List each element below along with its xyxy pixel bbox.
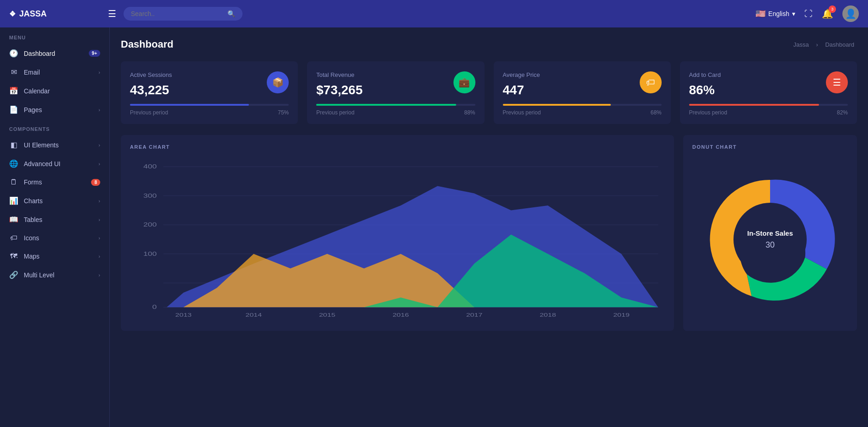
sidebar-item-icons[interactable]: 🏷 Icons › bbox=[0, 229, 109, 247]
sidebar-tables-label: Tables bbox=[24, 216, 93, 223]
clock-icon: 🕐 bbox=[9, 49, 18, 58]
svg-text:100: 100 bbox=[143, 250, 156, 257]
sidebar-maps-label: Maps bbox=[24, 253, 93, 260]
advanced-ui-icon: 🌐 bbox=[9, 159, 18, 168]
average-price-footer-value: 68% bbox=[651, 109, 662, 116]
sidebar-item-email[interactable]: ✉ Email › bbox=[0, 63, 109, 81]
page-header: Dashboard Jassa › Dashboard bbox=[121, 38, 857, 50]
sidebar-item-ui-elements[interactable]: ◧ UI Elements › bbox=[0, 135, 109, 154]
active-sessions-fill bbox=[130, 104, 249, 106]
svg-text:0: 0 bbox=[152, 304, 157, 310]
avatar[interactable]: 👤 bbox=[842, 5, 859, 22]
chevron-right-icon-charts: › bbox=[98, 198, 100, 204]
pages-icon: 📄 bbox=[9, 105, 18, 114]
sidebar-ui-label: UI Elements bbox=[24, 141, 93, 149]
area-chart-container: 400 300 200 100 0 2013 2014 2015 2016 20… bbox=[130, 157, 665, 322]
stat-card-add-header: Add to Card 86% ☰ bbox=[689, 71, 848, 97]
sidebar-item-tables[interactable]: 📖 Tables › bbox=[0, 210, 109, 229]
tables-icon: 📖 bbox=[9, 215, 18, 224]
sidebar-item-dashboard[interactable]: 🕐 Dashboard 9+ bbox=[0, 44, 109, 63]
dashboard-badge: 9+ bbox=[89, 50, 100, 57]
active-sessions-footer-label: Previous period bbox=[130, 109, 168, 116]
stat-card-total-revenue: Total Revenue $73,265 💼 Previous period … bbox=[307, 61, 484, 124]
sidebar-calendar-label: Calendar bbox=[24, 87, 100, 95]
hamburger-button[interactable]: ☰ bbox=[108, 8, 116, 19]
chevron-right-icon-ui: › bbox=[98, 142, 100, 148]
sidebar-icons-label: Icons bbox=[24, 234, 93, 242]
total-revenue-footer: Previous period 88% bbox=[316, 109, 475, 116]
email-icon: ✉ bbox=[9, 68, 18, 76]
active-sessions-footer-value: 75% bbox=[278, 109, 289, 116]
svg-point-18 bbox=[733, 203, 807, 276]
sidebar: MENU 🕐 Dashboard 9+ ✉ Email › 📅 Calendar… bbox=[0, 27, 110, 427]
total-revenue-icon: 💼 bbox=[453, 71, 475, 93]
chevron-right-icon-tables: › bbox=[98, 217, 100, 222]
average-price-value: 447 bbox=[503, 83, 540, 97]
svg-text:2016: 2016 bbox=[393, 312, 409, 318]
multilevel-icon: 🔗 bbox=[9, 270, 18, 279]
stat-card-price-info: Average Price 447 bbox=[503, 71, 540, 97]
breadcrumb-home[interactable]: Jassa bbox=[793, 41, 809, 48]
stat-card-average-price: Average Price 447 🏷 Previous period 68% bbox=[494, 61, 671, 124]
stat-card-add-info: Add to Card 86% bbox=[689, 71, 721, 97]
active-sessions-track bbox=[130, 104, 289, 106]
chevron-right-icon-pages: › bbox=[98, 107, 100, 113]
sidebar-item-maps[interactable]: 🗺 Maps › bbox=[0, 247, 109, 265]
add-to-card-footer-value: 82% bbox=[837, 109, 848, 116]
fullscreen-button[interactable]: ⛶ bbox=[804, 9, 813, 19]
area-chart-svg: 400 300 200 100 0 2013 2014 2015 2016 20… bbox=[130, 157, 665, 322]
active-sessions-value: 43,225 bbox=[130, 83, 172, 97]
sidebar-item-pages[interactable]: 📄 Pages › bbox=[0, 100, 109, 119]
language-label: English bbox=[768, 10, 789, 17]
sidebar-item-charts[interactable]: 📊 Charts › bbox=[0, 191, 109, 210]
brand: ❖ JASSA bbox=[9, 9, 92, 19]
stat-card-info: Active Sessions 43,225 bbox=[130, 71, 172, 97]
total-revenue-fill bbox=[316, 104, 456, 106]
search-input[interactable] bbox=[131, 10, 224, 17]
breadcrumb: Jassa › Dashboard bbox=[791, 41, 857, 48]
active-sessions-icon: 📦 bbox=[267, 71, 289, 93]
topnav: ❖ JASSA ☰ 🔍 🇺🇸 English ▾ ⛶ 🔔 3 👤 bbox=[0, 0, 868, 27]
notification-button[interactable]: 🔔 3 bbox=[822, 8, 833, 19]
charts-icon: 📊 bbox=[9, 196, 18, 205]
svg-text:200: 200 bbox=[143, 222, 156, 228]
area-chart-title: AREA CHART bbox=[130, 144, 665, 150]
svg-text:In-Store Sales: In-Store Sales bbox=[747, 229, 793, 237]
active-sessions-title: Active Sessions bbox=[130, 71, 172, 78]
sidebar-item-calendar[interactable]: 📅 Calendar bbox=[0, 81, 109, 100]
stat-card-revenue-info: Total Revenue $73,265 bbox=[316, 71, 362, 97]
forms-badge: 8 bbox=[91, 179, 100, 186]
donut-container: In-Store Sales 30 bbox=[692, 157, 848, 322]
search-bar: 🔍 bbox=[124, 7, 243, 21]
chevron-right-icon: › bbox=[98, 70, 100, 75]
total-revenue-value: $73,265 bbox=[316, 83, 362, 97]
calendar-icon: 📅 bbox=[9, 86, 18, 95]
search-icon: 🔍 bbox=[227, 10, 235, 17]
svg-text:2019: 2019 bbox=[613, 312, 630, 318]
chevron-right-icon-advanced: › bbox=[98, 161, 100, 167]
svg-text:30: 30 bbox=[766, 240, 775, 249]
sidebar-item-forms[interactable]: 🗒 Forms 8 bbox=[0, 173, 109, 191]
nav-right: 🇺🇸 English ▾ ⛶ 🔔 3 👤 bbox=[755, 5, 859, 22]
total-revenue-footer-value: 88% bbox=[464, 109, 475, 116]
svg-text:2017: 2017 bbox=[466, 312, 483, 318]
svg-text:400: 400 bbox=[143, 163, 156, 170]
chevron-down-icon: ▾ bbox=[792, 10, 795, 17]
svg-text:2015: 2015 bbox=[319, 312, 335, 318]
average-price-track bbox=[503, 104, 662, 106]
add-to-card-fill bbox=[689, 104, 819, 106]
sidebar-item-multilevel[interactable]: 🔗 Multi Level › bbox=[0, 265, 109, 284]
breadcrumb-current: Dashboard bbox=[825, 41, 854, 48]
flag-icon: 🇺🇸 bbox=[755, 9, 766, 19]
average-price-footer-label: Previous period bbox=[503, 109, 541, 116]
language-selector[interactable]: 🇺🇸 English ▾ bbox=[755, 9, 795, 19]
charts-row: AREA CHART 400 300 200 100 bbox=[121, 135, 857, 331]
chevron-right-icon-multi: › bbox=[98, 272, 100, 278]
sidebar-email-label: Email bbox=[24, 69, 93, 76]
stat-card-revenue-header: Total Revenue $73,265 💼 bbox=[316, 71, 475, 97]
average-price-footer: Previous period 68% bbox=[503, 109, 662, 116]
add-to-card-footer-label: Previous period bbox=[689, 109, 727, 116]
svg-text:2018: 2018 bbox=[539, 312, 556, 318]
add-to-card-track bbox=[689, 104, 848, 106]
sidebar-item-advanced-ui[interactable]: 🌐 Advanced UI › bbox=[0, 154, 109, 173]
